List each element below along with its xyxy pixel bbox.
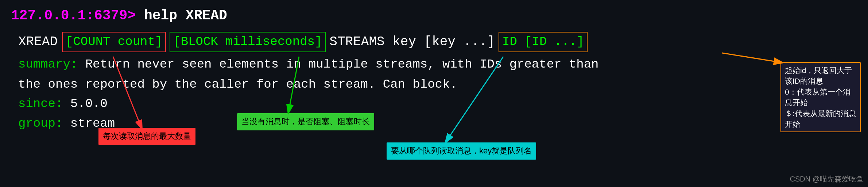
summary-val: Return never seen elements in multiple s… xyxy=(85,57,599,71)
id-param: ID [ID ...] xyxy=(499,32,588,52)
ann-orange-line1: 起始id，只返回大于该ID的消息 xyxy=(785,65,856,87)
since-key: since: xyxy=(18,97,63,111)
ann-orange-line3: ＄:代表从最新的消息开始 xyxy=(785,108,856,130)
group-key: group: xyxy=(18,117,63,130)
summary-line2: the ones reported by the caller for each… xyxy=(18,75,857,94)
since-line: since: 5.0.0 xyxy=(18,94,857,114)
xread-syntax-line: XREAD [COUNT count] [BLOCK milliseconds]… xyxy=(11,32,857,52)
terminal-window: 127.0.0.1:6379> help XREAD XREAD [COUNT … xyxy=(0,0,868,187)
ann-orange-line2: 0：代表从第一个消息开始 xyxy=(785,87,856,108)
summary-key: summary: xyxy=(18,57,78,71)
prompt-command: help XREAD xyxy=(144,8,227,23)
block-param: [BLOCK milliseconds] xyxy=(170,32,326,52)
count-param: [COUNT count] xyxy=(62,32,166,52)
csdn-watermark: CSDN @喵先森爱吃鱼 xyxy=(790,174,864,184)
annotation-streams: 要从哪个队列读取消息，key就是队列名 xyxy=(387,142,536,160)
summary-line1: summary: Return never seen elements in m… xyxy=(18,55,857,74)
since-val: 5.0.0 xyxy=(70,97,108,111)
streams-plain: STREAMS key [key ...] xyxy=(329,33,495,51)
xread-label: XREAD xyxy=(18,33,58,51)
prompt-ip: 127.0.0.1:6379> xyxy=(11,8,136,23)
summary-line2-text: the ones reported by the caller for each… xyxy=(18,77,457,91)
annotation-count: 每次读取消息的最大数量 xyxy=(98,128,195,145)
annotation-block: 当没有消息时，是否阻塞、阻塞时长 xyxy=(237,113,374,130)
prompt-line: 127.0.0.1:6379> help XREAD xyxy=(11,7,857,24)
annotation-id: 起始id，只返回大于该ID的消息 0：代表从第一个消息开始 ＄:代表从最新的消息… xyxy=(780,62,861,132)
